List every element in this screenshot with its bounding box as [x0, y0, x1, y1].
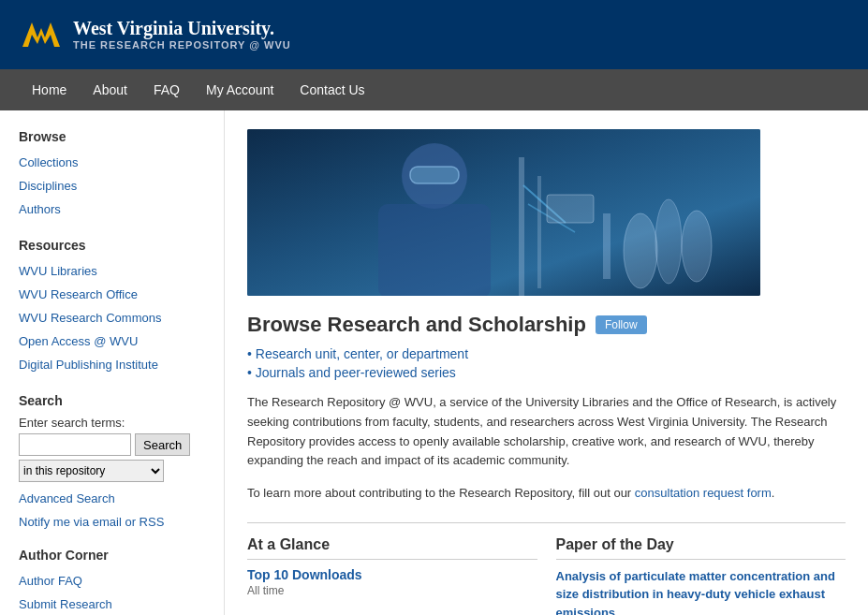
sidebar-item-authors[interactable]: Authors [19, 198, 205, 222]
sidebar-item-wvu-research-commons[interactable]: WVU Research Commons [19, 307, 205, 330]
learn-more-text: To learn more about contributing to the … [247, 486, 635, 500]
consultation-link[interactable]: consultation request form [635, 486, 772, 500]
repo-name: THE RESEARCH REPOSITORY @ WVU [73, 39, 291, 51]
follow-button[interactable]: Follow [596, 315, 647, 334]
main-container: Browse Collections Disciplines Authors R… [0, 110, 868, 615]
nav-faq[interactable]: FAQ [140, 71, 193, 109]
svg-marker-0 [22, 22, 60, 47]
browse-heading: Browse Research and Scholarship [247, 313, 586, 337]
nav-my-account[interactable]: My Account [193, 71, 287, 109]
rss-link[interactable]: RSS [140, 515, 165, 529]
author-corner-title: Author Corner [19, 548, 205, 563]
search-scope-select[interactable]: in this repository all repositories [19, 460, 164, 482]
sidebar-item-collections[interactable]: Collections [19, 152, 205, 175]
advanced-search-link[interactable]: Advanced Search [19, 490, 205, 507]
hero-svg [247, 129, 760, 296]
svg-rect-9 [519, 157, 524, 296]
sidebar-item-wvu-research-office[interactable]: WVU Research Office [19, 284, 205, 307]
logo-area: West Virginia University. THE RESEARCH R… [19, 11, 291, 56]
university-name: West Virginia University. [73, 17, 291, 39]
svg-point-4 [682, 211, 712, 282]
sidebar-item-disciplines[interactable]: Disciplines [19, 175, 205, 198]
sidebar-item-digital-publishing[interactable]: Digital Publishing Institute [19, 354, 205, 377]
search-button[interactable]: Search [135, 433, 190, 456]
nav-home[interactable]: Home [19, 71, 80, 109]
sidebar-item-wvu-libraries[interactable]: WVU Libraries [19, 260, 205, 284]
all-time-label: All time [247, 584, 537, 597]
header-text: West Virginia University. THE RESEARCH R… [73, 17, 291, 51]
svg-rect-7 [378, 204, 491, 296]
svg-rect-13 [547, 195, 594, 223]
search-label: Enter search terms: [19, 416, 205, 430]
at-a-glance-col: At a Glance Top 10 Downloads All time [247, 536, 537, 615]
sidebar-item-submit-research[interactable]: Submit Research [19, 593, 205, 615]
nav-about[interactable]: About [80, 71, 140, 109]
search-input[interactable] [19, 433, 131, 456]
paper-of-day-col: Paper of the Day Analysis of particulate… [556, 536, 846, 615]
learn-more-end: . [772, 486, 775, 500]
bottom-row: At a Glance Top 10 Downloads All time Pa… [247, 522, 846, 615]
svg-rect-8 [410, 167, 459, 183]
content-area: Browse Research and Scholarship Follow R… [225, 110, 868, 615]
research-unit-link[interactable]: Research unit, center, or department [247, 346, 846, 361]
resources-section-title: Resources [19, 238, 205, 253]
svg-rect-10 [537, 176, 541, 288]
header: West Virginia University. THE RESEARCH R… [0, 0, 868, 69]
sidebar: Browse Collections Disciplines Authors R… [0, 110, 225, 615]
nav-bar: Home About FAQ My Account Contact Us [0, 69, 868, 110]
hero-image [247, 129, 760, 296]
search-section-title: Search [19, 393, 205, 408]
paper-of-day-title: Paper of the Day [556, 536, 846, 560]
wvu-logo-icon [19, 11, 64, 56]
journals-link[interactable]: Journals and peer-reviewed series [247, 365, 846, 380]
at-a-glance-title: At a Glance [247, 536, 537, 560]
search-input-row: Search [19, 433, 205, 456]
sidebar-item-author-faq[interactable]: Author FAQ [19, 570, 205, 593]
svg-rect-5 [603, 213, 611, 279]
sidebar-item-open-access[interactable]: Open Access @ WVU [19, 330, 205, 354]
svg-point-2 [624, 213, 657, 288]
learn-more: To learn more about contributing to the … [247, 484, 846, 504]
search-section: Search Enter search terms: Search in thi… [19, 393, 205, 531]
browse-heading-row: Browse Research and Scholarship Follow [247, 313, 846, 337]
svg-rect-1 [247, 129, 760, 296]
nav-contact-us[interactable]: Contact Us [287, 71, 377, 109]
svg-point-3 [655, 199, 682, 284]
paper-title-link[interactable]: Analysis of particulate matter concentra… [556, 569, 835, 615]
top-downloads-label: Top 10 Downloads [247, 567, 537, 582]
notify-link[interactable]: Notify me via email or RSS [19, 513, 205, 531]
notify-text: Notify me via email or [19, 515, 140, 529]
browse-section-title: Browse [19, 129, 205, 144]
repo-description: The Research Repository @ WVU, a service… [247, 393, 846, 471]
